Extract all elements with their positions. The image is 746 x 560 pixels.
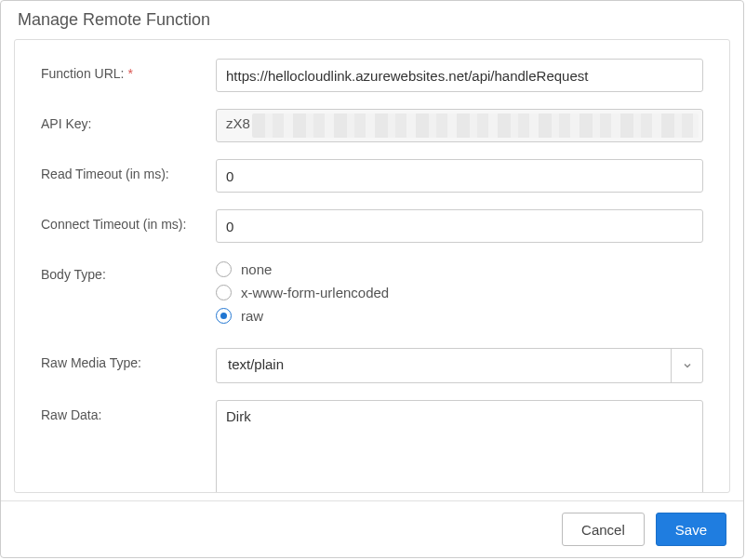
row-raw-media-type: Raw Media Type: text/plain (41, 348, 703, 383)
label-read-timeout: Read Timeout (in ms): (41, 159, 216, 181)
radio-icon (216, 261, 232, 277)
connect-timeout-input[interactable] (216, 209, 703, 243)
api-key-masked-region (252, 113, 699, 138)
required-asterisk: * (127, 66, 132, 81)
label-connect-timeout: Connect Timeout (in ms): (41, 209, 216, 232)
label-raw-media-type: Raw Media Type: (41, 348, 216, 370)
row-api-key: API Key: zX8 (41, 109, 703, 142)
body-type-radio-group: none x-www-form-urlencoded raw (216, 260, 703, 331)
radio-icon (216, 285, 232, 300)
api-key-input[interactable]: zX8 (216, 109, 703, 142)
radio-body-type-form[interactable]: x-www-form-urlencoded (216, 285, 703, 300)
api-key-visible-prefix: zX8 (226, 115, 250, 131)
select-value: text/plain (217, 349, 671, 382)
manage-remote-function-dialog: Manage Remote Function Function URL:* AP… (0, 0, 744, 558)
chevron-down-icon (671, 349, 702, 382)
row-body-type: Body Type: none x-www-form-urlencoded ra… (41, 260, 703, 331)
radio-body-type-none[interactable]: none (216, 261, 703, 277)
label-api-key: API Key: (41, 109, 216, 131)
row-raw-data: Raw Data: (41, 400, 703, 493)
radio-body-type-raw[interactable]: raw (216, 308, 703, 324)
save-button[interactable]: Save (656, 513, 726, 546)
label-function-url: Function URL:* (41, 59, 216, 81)
raw-media-type-select[interactable]: text/plain (216, 348, 703, 383)
raw-data-textarea[interactable] (216, 400, 703, 493)
label-body-type: Body Type: (41, 260, 216, 282)
function-url-input[interactable] (216, 59, 703, 92)
dialog-footer: Cancel Save (1, 500, 743, 557)
cancel-button[interactable]: Cancel (562, 513, 645, 546)
label-raw-data: Raw Data: (41, 400, 216, 422)
row-connect-timeout: Connect Timeout (in ms): (41, 209, 703, 243)
read-timeout-input[interactable] (216, 159, 703, 193)
radio-icon-checked (216, 308, 232, 324)
row-function-url: Function URL:* (41, 59, 703, 92)
row-read-timeout: Read Timeout (in ms): (41, 159, 703, 193)
dialog-title: Manage Remote Function (1, 1, 743, 35)
form-body: Function URL:* API Key: zX8 Read Timeout… (14, 39, 730, 493)
